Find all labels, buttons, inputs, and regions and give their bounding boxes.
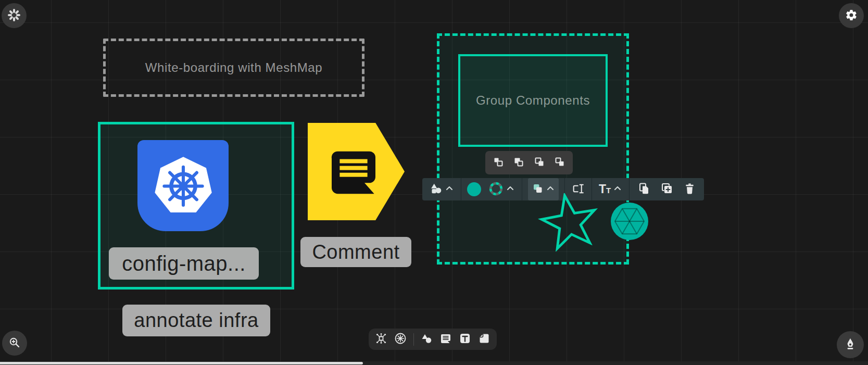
settings-button[interactable] xyxy=(839,3,864,28)
bring-to-front-icon xyxy=(534,156,545,169)
comment-label[interactable]: Comment xyxy=(300,237,411,267)
stroke-style-icon xyxy=(488,181,504,198)
sticky-note-tool[interactable] xyxy=(477,333,490,346)
shape-picker-button[interactable] xyxy=(428,178,455,200)
dock-separator xyxy=(413,333,414,346)
settings-gear-icon xyxy=(845,9,858,23)
copy-icon xyxy=(638,182,650,196)
bring-forward-button[interactable] xyxy=(490,155,506,171)
zoom-in-icon xyxy=(8,336,21,350)
star-shape[interactable] xyxy=(538,193,600,251)
bring-forward-icon xyxy=(493,156,504,169)
sticky-note-icon xyxy=(478,332,490,346)
arrange-popover xyxy=(485,151,573,174)
shapes-icon xyxy=(429,182,443,197)
chevron-up-icon xyxy=(506,184,515,195)
meshery-menu-button[interactable] xyxy=(2,3,27,28)
duplicate-button[interactable] xyxy=(660,178,674,200)
annotation-label[interactable]: annotate infra xyxy=(122,305,270,336)
whiteboard-note-text: White-boarding with MeshMap xyxy=(145,60,322,75)
text-tool[interactable] xyxy=(458,333,471,346)
whiteboard-note-shape[interactable]: White-boarding with MeshMap xyxy=(103,39,364,97)
tool-dock xyxy=(369,329,497,350)
bring-to-front-button[interactable] xyxy=(532,155,547,171)
chevron-up-icon xyxy=(445,184,454,195)
kubernetes-icon xyxy=(394,332,407,346)
k8s-configmap-node[interactable] xyxy=(137,140,229,231)
group-components-shape[interactable]: Group Components xyxy=(458,54,608,147)
chevron-up-icon xyxy=(613,184,622,195)
send-backward-button[interactable] xyxy=(511,155,526,171)
text-style-icon: TT xyxy=(599,183,611,195)
fill-color-swatch[interactable] xyxy=(467,182,481,196)
k8s-component-label[interactable]: config-map... xyxy=(109,247,259,280)
delete-button[interactable] xyxy=(683,178,697,200)
mesh-component-icon xyxy=(375,332,387,346)
stroke-style-button[interactable] xyxy=(487,178,516,200)
group-components-text: Group Components xyxy=(476,93,590,108)
copy-button[interactable] xyxy=(637,178,651,200)
send-backward-icon xyxy=(513,156,524,169)
comment-tool[interactable] xyxy=(439,333,452,346)
comment-shape[interactable] xyxy=(308,123,405,220)
trash-icon xyxy=(684,183,696,196)
shapes-icon xyxy=(420,332,433,346)
whiteboard-canvas[interactable]: White-boarding with MeshMap xyxy=(0,0,868,365)
k8s-component-label-text: config-map... xyxy=(122,252,246,275)
zoom-in-button[interactable] xyxy=(2,331,27,356)
pen-nib-icon xyxy=(844,337,857,353)
meshery-logo-icon xyxy=(7,8,21,23)
text-tool-icon xyxy=(459,332,471,346)
kubernetes-tool[interactable] xyxy=(394,333,407,346)
shapes-tool[interactable] xyxy=(420,333,433,346)
mesh-component-tool[interactable] xyxy=(375,333,388,346)
send-to-back-icon xyxy=(554,156,565,169)
send-to-back-button[interactable] xyxy=(552,155,568,171)
comment-bubble-icon xyxy=(308,142,383,202)
horizontal-scrollbar[interactable] xyxy=(0,362,363,364)
kubernetes-icon xyxy=(152,153,215,219)
comment-label-text: Comment xyxy=(312,241,399,263)
meshery-mark-shape[interactable] xyxy=(610,202,649,243)
annotation-label-text: annotate infra xyxy=(134,309,258,332)
pen-tool-button[interactable] xyxy=(837,331,864,358)
text-style-button[interactable]: TT xyxy=(598,178,623,200)
duplicate-icon xyxy=(661,182,673,196)
comment-icon xyxy=(439,332,452,346)
